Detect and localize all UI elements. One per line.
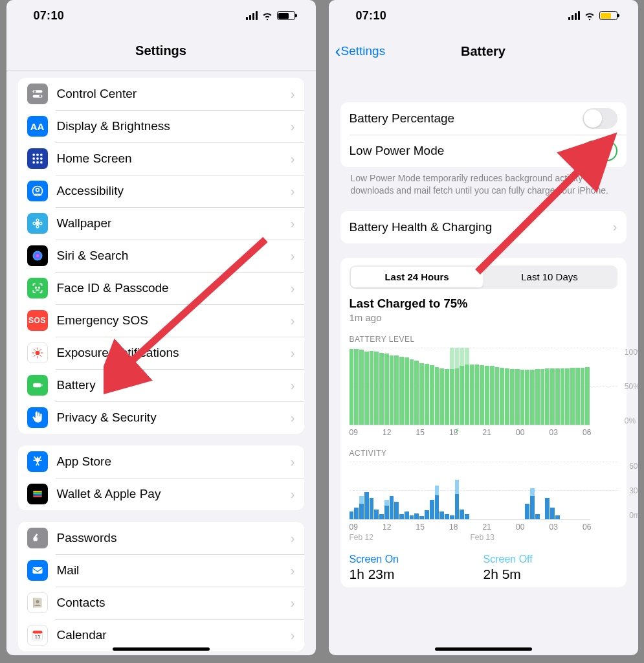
settings-row-accessibility[interactable]: Accessibility› (18, 175, 304, 207)
svg-rect-46 (32, 631, 42, 633)
chevron-right-icon: › (291, 487, 295, 502)
svg-rect-35 (33, 491, 41, 493)
settings-row-label: Wallet & Apple Pay (57, 487, 282, 501)
chevron-right-icon: › (291, 184, 295, 199)
settings-row-passwords[interactable]: Passwords› (18, 522, 304, 554)
svg-point-43 (36, 600, 39, 603)
settings-row-sos[interactable]: SOSEmergency SOS› (18, 304, 304, 337)
svg-rect-41 (32, 567, 42, 574)
chevron-right-icon: › (291, 563, 295, 578)
svg-rect-9 (40, 157, 42, 159)
settings-row-battery[interactable]: Battery› (18, 369, 304, 401)
settings-row-wallet[interactable]: Wallet & Apple Pay› (18, 478, 304, 510)
activity-xaxis: 0912151821000306 (350, 523, 617, 532)
chevron-right-icon: › (291, 596, 295, 611)
chevron-right-icon: › (291, 410, 295, 425)
svg-rect-6 (40, 154, 42, 156)
battery-icon (277, 11, 295, 20)
chevron-right-icon: › (291, 87, 295, 102)
settings-row-control-center[interactable]: Control Center› (18, 78, 304, 110)
grid-icon (27, 148, 48, 169)
activity-yaxis: 60m30m0m (629, 462, 638, 520)
settings-row-mail[interactable]: Mail› (18, 554, 304, 587)
svg-point-16 (36, 219, 39, 221)
settings-row-label: Exposure Notifications (57, 346, 282, 360)
settings-row-home-screen[interactable]: Home Screen› (18, 142, 304, 175)
contacts-icon (27, 592, 48, 613)
chevron-right-icon: › (291, 531, 295, 546)
chevron-right-icon: › (291, 628, 295, 643)
settings-row-label: App Store (57, 455, 282, 469)
phone-settings-list: 07:10 Settings Control Center›AADisplay … (6, 0, 316, 655)
screen-off-value: 2h 5m (483, 567, 617, 582)
settings-row-calendar[interactable]: 13Calendar› (18, 619, 304, 651)
battery-percentage-row[interactable]: Battery Percentage (340, 102, 627, 135)
hand-icon (27, 407, 48, 428)
svg-line-31 (39, 349, 41, 351)
battery-health-row[interactable]: Battery Health & Charging › (340, 211, 627, 243)
home-indicator[interactable] (113, 647, 210, 651)
settings-row-siri[interactable]: Siri & Search› (18, 240, 304, 272)
settings-row-faceid[interactable]: Face ID & Passcode› (18, 272, 304, 304)
nav-bar: ‹ Settings Battery (329, 31, 638, 71)
battery-scroll[interactable]: Battery Percentage Low Power Mode Low Po… (329, 71, 638, 655)
svg-line-30 (34, 355, 36, 357)
settings-row-label: Battery (57, 378, 282, 392)
chevron-right-icon: › (291, 281, 295, 296)
screen-off-label: Screen Off (483, 554, 617, 565)
chevron-right-icon: › (291, 216, 295, 231)
settings-row-label: Display & Brightness (57, 119, 282, 133)
wifi-icon (584, 10, 595, 21)
battery-percentage-toggle[interactable] (583, 108, 617, 129)
sos-icon: SOS (27, 310, 48, 331)
exposure-icon (27, 343, 48, 363)
battery-health-label: Battery Health & Charging (350, 220, 604, 234)
segment-24h[interactable]: Last 24 Hours (351, 267, 483, 287)
battery-level-xaxis: 0912151821000306 (350, 428, 617, 437)
svg-rect-44 (33, 598, 34, 608)
svg-line-28 (34, 349, 36, 351)
mail-icon (27, 560, 48, 581)
back-button[interactable]: ‹ Settings (335, 44, 386, 58)
svg-rect-4 (32, 154, 34, 156)
svg-point-3 (39, 95, 41, 97)
svg-point-18 (33, 222, 36, 225)
aa-icon: AA (27, 116, 48, 137)
segment-10d[interactable]: Last 10 Days (483, 267, 616, 287)
appstore-icon (27, 451, 48, 472)
settings-scroll[interactable]: Control Center›AADisplay & Brightness›Ho… (6, 71, 316, 655)
low-power-mode-toggle[interactable] (583, 140, 617, 161)
chevron-right-icon: › (291, 249, 295, 264)
svg-point-20 (32, 251, 42, 261)
settings-row-display[interactable]: AADisplay & Brightness› (18, 110, 304, 142)
screen-on-stat[interactable]: Screen On 1h 23m (350, 554, 483, 582)
svg-point-14 (36, 188, 39, 192)
settings-row-wallpaper[interactable]: Wallpaper› (18, 207, 304, 240)
low-power-mode-row[interactable]: Low Power Mode (340, 135, 627, 167)
battery-level-label: BATTERY LEVEL (350, 335, 617, 344)
screen-off-stat[interactable]: Screen Off 2h 5m (483, 554, 617, 582)
svg-line-29 (39, 355, 41, 357)
svg-point-15 (36, 222, 38, 225)
chevron-right-icon: › (291, 152, 295, 166)
home-indicator[interactable] (435, 647, 532, 651)
wallet-icon (27, 484, 48, 504)
settings-row-contacts[interactable]: Contacts› (18, 587, 304, 619)
activity-label: ACTIVITY (350, 449, 617, 458)
chevron-right-icon: › (291, 455, 295, 469)
svg-rect-33 (41, 384, 42, 386)
nav-title: Settings (135, 43, 186, 58)
chevron-right-icon: › (291, 346, 295, 361)
svg-rect-8 (36, 157, 38, 159)
time-range-segmented[interactable]: Last 24 Hours Last 10 Days (350, 265, 617, 289)
svg-rect-10 (32, 161, 34, 163)
settings-row-exposure[interactable]: Exposure Notifications› (18, 337, 304, 369)
settings-row-label: Passwords (57, 531, 282, 545)
nav-bar: Settings (6, 31, 316, 71)
settings-row-appstore[interactable]: App Store› (18, 445, 304, 478)
settings-row-privacy[interactable]: Privacy & Security› (18, 401, 304, 434)
settings-row-label: Contacts (57, 596, 282, 610)
svg-rect-11 (36, 161, 38, 163)
activity-date-labels: Feb 12Feb 13 (350, 533, 617, 542)
settings-row-label: Privacy & Security (57, 410, 282, 425)
